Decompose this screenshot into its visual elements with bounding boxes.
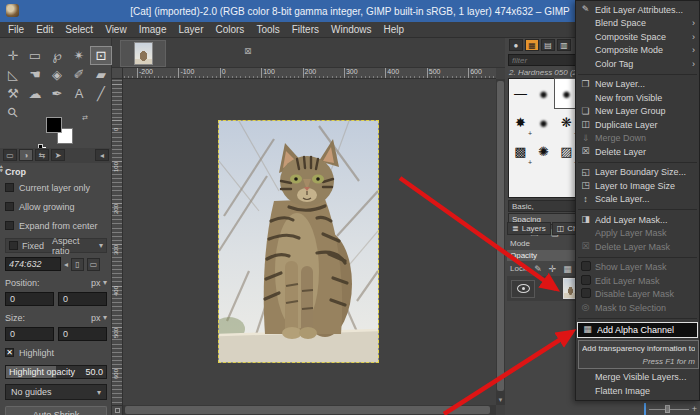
- pointer-tab-icon[interactable]: ➤: [51, 149, 65, 161]
- spacing-slider-fragment[interactable]: +: [644, 403, 700, 415]
- fixed-mode-value[interactable]: Aspect ratio: [52, 236, 95, 256]
- vertical-scrollbar[interactable]: ▼: [496, 79, 505, 405]
- undo-history-tab-icon[interactable]: ⇆: [35, 149, 49, 161]
- brush-burst[interactable]: ✸: [509, 108, 532, 137]
- checkbox-icon[interactable]: [5, 221, 14, 230]
- tool-eraser[interactable]: ▰: [91, 66, 111, 83]
- tool-crop[interactable]: ⊡: [91, 47, 111, 64]
- scrollbar-arrow-icon[interactable]: ▼: [496, 397, 505, 403]
- context-menu-item[interactable]: ☒ Delete Layer ›: [576, 145, 699, 159]
- foreground-color-swatch[interactable]: [46, 117, 62, 133]
- fixed-checkbox-icon[interactable]: [9, 241, 18, 250]
- context-menu-item[interactable]: ◨ Add Layer Mask... ›: [576, 213, 699, 227]
- menubar-item[interactable]: Select: [59, 23, 99, 36]
- tool-move[interactable]: ✛: [3, 47, 23, 64]
- layer-visibility-toggle[interactable]: [511, 280, 535, 298]
- tab-layers[interactable]: ≣ Layers: [507, 222, 551, 235]
- image-tab[interactable]: [120, 40, 166, 67]
- context-menu-item[interactable]: ›: [576, 159, 699, 166]
- tool-clone[interactable]: ☁: [25, 85, 45, 102]
- fg-bg-colors[interactable]: ⇄: [46, 117, 80, 147]
- menubar-item[interactable]: Windows: [325, 23, 378, 36]
- cat-image[interactable]: [218, 120, 379, 363]
- highlight-checkbox-row[interactable]: ✕ Highlight: [5, 346, 107, 359]
- auto-shrink-button[interactable]: Auto Shrink: [5, 406, 107, 415]
- horizontal-scrollbar-thumb[interactable]: [125, 406, 490, 414]
- brush-soft[interactable]: ●: [532, 79, 555, 108]
- lock-alpha-icon[interactable]: ▦: [563, 264, 572, 274]
- context-menu-item[interactable]: ▦ Add Alpha Channel ›: [577, 322, 698, 338]
- ratio-reset-icon[interactable]: ◂: [64, 260, 68, 269]
- tool-shear[interactable]: ◺: [3, 66, 23, 83]
- context-menu-item[interactable]: Apply Layer Mask ›: [576, 227, 699, 241]
- palettes-tab-icon[interactable]: ▥: [557, 39, 571, 51]
- option-checkbox-row[interactable]: Current layer only: [5, 181, 107, 194]
- context-menu-item[interactable]: Composite Space ›: [576, 30, 699, 44]
- portrait-orientation-button[interactable]: ▯: [71, 258, 84, 271]
- horizontal-scrollbar[interactable]: [123, 405, 496, 415]
- brush-soft-large[interactable]: ●: [532, 108, 555, 137]
- slider-track[interactable]: [649, 409, 689, 410]
- context-menu-item[interactable]: Color Tag ›: [576, 57, 699, 71]
- tool-ink[interactable]: ✒: [47, 85, 67, 102]
- context-menu-item[interactable]: ›: [576, 315, 699, 322]
- swap-colors-icon[interactable]: ⇄: [82, 114, 88, 122]
- canvas-viewport[interactable]: [123, 79, 496, 405]
- lock-position-icon[interactable]: ✛: [549, 264, 557, 274]
- size-y-spinner[interactable]: 0 ▴▾: [58, 327, 107, 341]
- checkbox-icon[interactable]: [5, 202, 14, 211]
- menubar-item[interactable]: File: [2, 23, 30, 36]
- context-menu-item[interactable]: ›: [576, 254, 699, 261]
- aspect-ratio-input[interactable]: [5, 257, 61, 271]
- context-menu-item[interactable]: ◳ Layer to Image Size ›: [576, 179, 699, 193]
- landscape-orientation-button[interactable]: ▭: [87, 258, 100, 271]
- tool-warp[interactable]: ☚: [25, 66, 45, 83]
- position-x-spinner[interactable]: 0 ▴▾: [5, 292, 54, 306]
- menubar-item[interactable]: Tools: [250, 23, 285, 36]
- context-menu-item[interactable]: ◎ Mask to Selection ›: [576, 301, 699, 315]
- quick-mask-toggle[interactable]: [112, 405, 123, 415]
- menubar-item[interactable]: Edit: [30, 23, 59, 36]
- tool-options-tab-icon[interactable]: ▭: [3, 149, 17, 161]
- tool-rectangle-select[interactable]: ▭: [25, 47, 45, 64]
- context-menu-item[interactable]: New from Visible ›: [576, 91, 699, 105]
- highlight-checkbox-icon[interactable]: ✕: [5, 348, 14, 357]
- context-menu-item[interactable]: ⇓ Merge Down ›: [576, 132, 699, 146]
- option-checkbox-row[interactable]: Expand from center: [5, 219, 107, 232]
- context-menu-item[interactable]: Edit Layer Mask ›: [576, 274, 699, 288]
- tool-zoom[interactable]: ⚲: [3, 104, 23, 121]
- checkbox-icon[interactable]: [5, 183, 14, 192]
- ruler-origin-button[interactable]: [112, 68, 123, 79]
- highlight-opacity-slider[interactable]: Highlight opacity 50.0: [5, 365, 107, 379]
- tool-paintbrush[interactable]: ✐: [69, 66, 89, 83]
- context-menu-item[interactable]: Blend Space ›: [576, 17, 699, 31]
- menubar-item[interactable]: Colors: [209, 23, 250, 36]
- size-x-spinner[interactable]: 0 ▴▾: [5, 327, 54, 341]
- context-menu-item[interactable]: ↕ Scale Layer... ›: [576, 193, 699, 207]
- context-menu-item[interactable]: Composite Mode ›: [576, 44, 699, 58]
- context-menu-item[interactable]: Merge Visible Layers...: [576, 371, 699, 385]
- tool-pencil[interactable]: ╱: [91, 85, 111, 102]
- menubar-item[interactable]: Layer: [172, 23, 209, 36]
- brush-texture[interactable]: ✺: [532, 137, 555, 166]
- brush-noise[interactable]: ▩: [509, 137, 532, 166]
- slider-plus-icon[interactable]: +: [692, 404, 697, 414]
- tool-text[interactable]: A: [69, 85, 89, 102]
- context-menu-item[interactable]: ◱ Layer Boundary Size... ›: [576, 166, 699, 180]
- menubar-item[interactable]: Help: [378, 23, 411, 36]
- guides-dropdown[interactable]: No guides ▾: [5, 384, 107, 400]
- menubar-item[interactable]: Image: [133, 23, 173, 36]
- context-menu-item[interactable]: ☒ Delete Layer Mask ›: [576, 240, 699, 254]
- context-menu-item[interactable]: ❏ New Layer Group ›: [576, 105, 699, 119]
- device-status-tab-icon[interactable]: ◑: [19, 149, 33, 161]
- context-menu-item[interactable]: ›: [576, 206, 699, 213]
- context-menu-item[interactable]: Flatten Image: [576, 384, 699, 398]
- size-unit[interactable]: px: [91, 313, 101, 323]
- vertical-scrollbar-thumb[interactable]: [497, 81, 504, 391]
- brushes-tab-icon[interactable]: ●: [509, 39, 523, 51]
- tool-bucket-fill[interactable]: ◈: [47, 66, 67, 83]
- position-y-spinner[interactable]: 0 ▴▾: [58, 292, 107, 306]
- option-checkbox-row[interactable]: Allow growing: [5, 200, 107, 213]
- context-menu-item[interactable]: ❐ New Layer... ›: [576, 78, 699, 92]
- panel-menu-icon[interactable]: ◂: [95, 149, 109, 161]
